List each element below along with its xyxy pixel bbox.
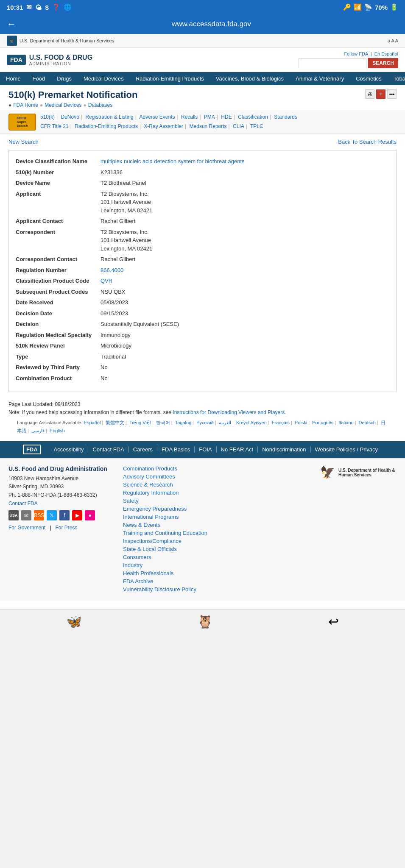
subnav-hde[interactable]: HDE — [221, 114, 232, 120]
footer-link-advisory[interactable]: Advisory Committees — [123, 473, 307, 480]
lang-farsi[interactable]: فارسی — [31, 428, 45, 433]
nav-home[interactable]: Home — [0, 72, 27, 85]
text-size-controls[interactable]: a A A — [388, 38, 398, 43]
url-bar[interactable]: www.accessdata.fda.gov — [25, 20, 398, 28]
battery-display: 70% — [375, 4, 388, 11]
search-input[interactable] — [299, 58, 366, 68]
subnav-radiation-products[interactable]: Radiation-Emitting Products — [75, 123, 138, 129]
subnav-cfr21[interactable]: CFR Title 21 — [40, 123, 69, 129]
nav-medical-devices[interactable]: Medical Devices — [78, 72, 130, 85]
footer-link-science[interactable]: Science & Research — [123, 481, 307, 488]
footer-nav-website-policies[interactable]: Website Policies / Privacy — [311, 446, 383, 453]
twitter-icon[interactable]: 𝕏 — [47, 510, 57, 520]
lang-korean[interactable]: 한국어 — [156, 420, 170, 425]
footer-link-inspections[interactable]: Inspections/Compliance — [123, 538, 307, 544]
footer-link-international[interactable]: International Programs — [123, 514, 307, 520]
nav-cosmetics[interactable]: Cosmetics — [350, 72, 388, 85]
nav-animal[interactable]: Animal & Veterinary — [290, 72, 350, 85]
usa-gov-icon[interactable]: USA — [8, 510, 19, 520]
classification-code-link[interactable]: QVR — [101, 278, 112, 284]
breadcrumb-medical-devices[interactable]: Medical Devices — [45, 102, 81, 108]
lang-portuguese[interactable]: Português — [312, 420, 333, 425]
lang-tagalog[interactable]: Tagalog — [175, 420, 192, 425]
youtube-icon[interactable]: ▶ — [72, 510, 82, 520]
footer-nav-nondiscrimination[interactable]: Nondiscrimination — [258, 446, 310, 453]
footer-link-archive[interactable]: FDA Archive — [123, 578, 307, 584]
subnav-xray[interactable]: X-Ray Assembler — [144, 123, 183, 129]
lang-creole[interactable]: Kreyòl Ayisyen — [236, 420, 267, 425]
footer-contact-link[interactable]: Contact FDA — [8, 501, 38, 506]
footer-link-news[interactable]: News & Events — [123, 522, 307, 528]
owl-icon[interactable]: 🦉 — [197, 614, 213, 629]
share-icon[interactable]: + — [376, 89, 385, 99]
footer-nav-accessibility[interactable]: Accessibility — [50, 446, 89, 453]
footer-link-emergency[interactable]: Emergency Preparedness — [123, 506, 307, 512]
footer-link-industry[interactable]: Industry — [123, 562, 307, 568]
breadcrumb-databases[interactable]: Databases — [88, 102, 112, 108]
instructions-link[interactable]: Instructions for Downloading Viewers and… — [173, 409, 286, 415]
flickr-icon[interactable]: ● — [85, 510, 95, 520]
lang-english[interactable]: English — [50, 428, 65, 433]
new-search-link[interactable]: New Search — [8, 139, 39, 145]
nav-tobacco[interactable]: Tobacco Products — [388, 72, 405, 85]
footer-nav-contact[interactable]: Contact FDA — [88, 446, 128, 453]
subnav-classification[interactable]: Classification — [238, 114, 268, 120]
nav-vaccines[interactable]: Vaccines, Blood & Biologics — [210, 72, 290, 85]
footer-nav-basics[interactable]: FDA Basics — [157, 446, 195, 453]
regulation-number-link[interactable]: 866.4000 — [101, 267, 123, 273]
subnav-medsun[interactable]: Medsun Reports — [190, 123, 227, 129]
lang-arabic[interactable]: العربية — [219, 420, 231, 425]
facebook-icon[interactable]: f — [59, 510, 70, 520]
lang-espanol[interactable]: Español — [84, 420, 101, 425]
cber-logo[interactable]: CBERSuperSearch — [8, 114, 36, 131]
en-espanol-link[interactable]: En Español — [374, 51, 398, 56]
footer-nav-careers[interactable]: Careers — [129, 446, 157, 453]
email-updates-icon[interactable]: ✉ — [21, 510, 31, 520]
classification-name-link[interactable]: multiplex nucleic acid detection system … — [101, 158, 245, 164]
subnav-recalls[interactable]: Recalls — [181, 114, 198, 120]
subnav-pma[interactable]: PMA — [204, 114, 215, 120]
more-icon[interactable]: ▪▪▪ — [387, 89, 397, 99]
rss-icon[interactable]: RSS — [34, 510, 44, 520]
footer-link-combination[interactable]: Combination Products — [123, 465, 307, 472]
nav-food[interactable]: Food — [27, 72, 51, 85]
footer-link-regulatory[interactable]: Regulatory Information — [123, 490, 307, 496]
butterfly-icon[interactable]: 🦋 — [66, 614, 82, 629]
subnav-clia[interactable]: CLIA — [233, 123, 244, 129]
lang-german[interactable]: Deutsch — [359, 420, 376, 425]
footer-link-consumers[interactable]: Consumers — [123, 554, 307, 560]
subnav-510k[interactable]: 510(k) — [40, 114, 55, 120]
back-to-results-link[interactable]: Back To Search Results — [338, 139, 397, 145]
footer-link-training[interactable]: Training and Continuing Education — [123, 530, 307, 536]
footer-notes: Page Last Updated: 09/18/2023 Note: If y… — [0, 396, 405, 441]
lang-italian[interactable]: Italiano — [338, 420, 353, 425]
footer-nav-foia[interactable]: FOIA — [195, 446, 216, 453]
lang-french[interactable]: Français — [272, 420, 290, 425]
subnav-tplc[interactable]: TPLC — [250, 123, 263, 129]
breadcrumb-fda-home[interactable]: FDA Home — [13, 102, 38, 108]
label-type: Type — [16, 353, 101, 361]
subnav-denovo[interactable]: DeNovo — [61, 114, 79, 120]
subnav-standards[interactable]: Standards — [274, 114, 297, 120]
for-government-link[interactable]: For Government — [8, 525, 45, 531]
subnav-registration[interactable]: Registration & Listing — [85, 114, 133, 120]
footer-nav-no-fear[interactable]: No FEAR Act — [217, 446, 258, 453]
search-button[interactable]: SEARCH — [368, 58, 398, 68]
nav-drugs[interactable]: Drugs — [51, 72, 78, 85]
lang-chinese[interactable]: 繁體中文 — [106, 420, 124, 425]
for-press-link[interactable]: For Press — [56, 525, 78, 531]
footer-link-safety[interactable]: Safety — [123, 498, 307, 504]
lang-vietnamese[interactable]: Tiếng Việt — [129, 420, 151, 425]
footer-link-state[interactable]: State & Local Officials — [123, 546, 307, 552]
lang-polish[interactable]: Polski — [295, 420, 307, 425]
footer-link-vulnerability[interactable]: Vulnerability Disclosure Policy — [123, 586, 307, 593]
label-classification-name: Device Classification Name — [16, 157, 101, 166]
subnav-adverse[interactable]: Adverse Events — [140, 114, 175, 120]
follow-fda-link[interactable]: Follow FDA — [344, 51, 368, 56]
print-icon[interactable]: 🖨 — [365, 89, 374, 99]
back-icon[interactable]: ↩ — [328, 614, 339, 629]
nav-radiation[interactable]: Radiation-Emitting Products — [130, 72, 210, 85]
back-button[interactable]: ← — [7, 19, 16, 30]
lang-russian[interactable]: Pусский — [196, 420, 214, 425]
footer-link-health[interactable]: Health Professionals — [123, 570, 307, 576]
